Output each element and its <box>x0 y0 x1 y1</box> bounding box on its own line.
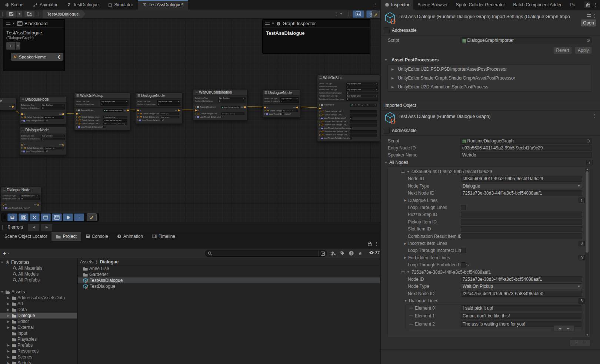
count-badge[interactable]: 3 <box>579 298 585 304</box>
apply-button[interactable]: Apply <box>575 47 592 54</box>
dialogue-graph-canvas[interactable]: ☰StartNodeSpeakerNameout☰DialogueNodeDef… <box>0 18 380 222</box>
input-port[interactable] <box>76 113 78 115</box>
input-port[interactable] <box>3 204 4 206</box>
node-dropdown[interactable]: Say One Line▼ <box>41 104 65 107</box>
panel-menu-icon[interactable]: ⋮ <box>374 241 379 246</box>
input-port[interactable] <box>137 109 139 111</box>
row-checkbox[interactable] <box>461 262 466 267</box>
loop-checkbox[interactable]: ✓ <box>22 207 24 209</box>
node-number-field[interactable]: 1 <box>280 100 299 103</box>
node-title[interactable]: ☰WaitOnSlot <box>317 75 380 81</box>
list-add-remove[interactable]: +− <box>554 325 574 332</box>
info-toggle-button[interactable] <box>19 213 29 221</box>
node-dropdown[interactable]: Say One Line▼ <box>41 135 65 137</box>
port-dot[interactable] <box>319 131 320 132</box>
scrollbar-thumb[interactable] <box>586 171 589 253</box>
port-dot[interactable] <box>319 138 320 139</box>
editor-tab-scene[interactable]: Scene <box>0 0 28 10</box>
tree-item-all-prefabs[interactable]: All Prefabs <box>0 277 77 283</box>
object-field[interactable]: ■Ass [Pickup Item Data]⊙ <box>103 109 123 112</box>
more-toggle-button[interactable]: ⋮ <box>74 213 84 221</box>
port-dot[interactable] <box>195 113 196 114</box>
node-title[interactable]: ☰WaitOnPickup <box>74 93 130 99</box>
visible-asset-count[interactable]: 37 <box>369 250 380 255</box>
chevron-left-icon[interactable]: ❮ <box>57 54 61 59</box>
package-filter-icon[interactable] <box>329 250 338 257</box>
tree-item-all-models[interactable]: All Models <box>0 271 77 277</box>
drag-handle[interactable] <box>2 225 4 230</box>
presets-icon[interactable] <box>586 13 591 18</box>
row-checkbox[interactable] <box>461 248 466 253</box>
port-dot[interactable] <box>76 126 77 128</box>
favorites-filter-icon[interactable] <box>356 250 364 257</box>
edit-mode-button[interactable] <box>371 11 380 18</box>
count-badge[interactable]: 1 <box>579 198 585 203</box>
node-number-field[interactable]: 2 <box>346 85 378 88</box>
row-field[interactable]: c93b5606-401f-49a2-99b5-9ecbf1fa9c29 <box>461 176 582 182</box>
row-field[interactable] <box>461 219 582 225</box>
graph-breadcrumb[interactable]: TestAssDialogue <box>43 10 86 18</box>
loop-checkbox[interactable]: ✓ <box>350 127 352 129</box>
panel-drag-handle[interactable] <box>265 23 270 25</box>
graph-node-startnode[interactable]: ☰StartNodeSpeakerNameout <box>0 98 16 110</box>
dropdown-arrow-icon[interactable]: ▼ <box>340 12 343 16</box>
node-number-field[interactable]: 1 <box>41 107 65 109</box>
file-item-testdialogue[interactable]: {}TestDialogue <box>78 283 380 289</box>
scroll-down-icon[interactable]: ▼ <box>586 334 589 336</box>
dialogue-line-field[interactable] <box>350 134 377 136</box>
graph-node-dialoguenode[interactable]: ☰DialogueNodeDefault Line TypeSay One Li… <box>19 96 67 124</box>
node-group-id[interactable]: c93b5606-401f-49a2-99b5-9ecbf1fa9c29 <box>411 169 492 174</box>
tab-animation[interactable]: Animation <box>113 232 147 241</box>
input-port[interactable] <box>264 107 266 108</box>
toolbar-drag-handle[interactable] <box>37 11 39 16</box>
port-dot[interactable] <box>137 116 139 118</box>
input-port[interactable] <box>195 109 197 111</box>
lock-icon[interactable] <box>367 241 372 246</box>
dialogue-line-field[interactable]: I need my meat :) <box>221 112 244 115</box>
addressable-checkbox[interactable] <box>384 27 390 33</box>
loop-checkbox[interactable] <box>44 150 46 152</box>
tree-item-resources[interactable]: ▶Resources <box>0 348 77 354</box>
postprocessor-item[interactable]: ▶UnityEditor.U2D.Animation.SpritePostPro… <box>388 82 591 91</box>
row-field[interactable]: 7251e73e-38d3-44ff-a8c5-bcf54088aaf1 <box>461 190 582 196</box>
dialogue-line-field[interactable] <box>350 120 377 123</box>
breadcrumb-assets[interactable]: Assets <box>80 259 93 264</box>
notes-toggle-button[interactable] <box>7 213 17 221</box>
output-port[interactable] <box>62 113 64 115</box>
loop-checkbox[interactable] <box>44 119 46 122</box>
graph-node-dialoguenode[interactable]: ☰DialogueNodeDefault Line TypeSay Multip… <box>1 187 41 212</box>
tree-item-external[interactable]: ▶External <box>0 324 77 330</box>
loop-checkbox[interactable]: ✓ <box>221 116 223 118</box>
addressable-checkbox[interactable] <box>384 128 390 134</box>
dialogue-line-field[interactable]: Nice, that's it <box>282 109 298 112</box>
graph-node-waitonpickup[interactable]: ☰WaitOnPickupDefault Line TypeSay Multip… <box>74 92 130 131</box>
editor-tab-testdialogue[interactable]: TestDialogue <box>62 0 103 10</box>
dialogue-line-field[interactable]: I said pick it up! <box>103 116 127 118</box>
port-dot[interactable] <box>264 110 266 111</box>
node-title[interactable]: ☰DialogueNode <box>20 97 66 102</box>
node-dropdown[interactable]: Say Multiple Lines▼ <box>346 88 378 91</box>
port-dot[interactable] <box>76 109 77 111</box>
tree-item-data[interactable]: ▶Data <box>0 307 77 313</box>
node-title[interactable]: ☰DialogueNode <box>1 187 41 193</box>
save-search-button[interactable] <box>318 250 325 256</box>
port-dot[interactable] <box>21 120 23 121</box>
graph-node-dialoguenode[interactable]: ☰DialogueNodeDefault Line TypeSay One Li… <box>19 127 67 155</box>
next-error-button[interactable]: ▶ <box>41 224 52 231</box>
save-button[interactable] <box>6 11 16 17</box>
node-dropdown[interactable]: Say Multiple Lines▼ <box>346 82 378 85</box>
prev-error-button[interactable]: ◀ <box>28 224 39 231</box>
toggle-blackboard-button[interactable] <box>353 10 364 18</box>
node-number-field[interactable]: 3 <box>100 103 129 106</box>
file-item-testassdialogue[interactable]: {}TestAssDialogue <box>78 277 380 283</box>
tab-console[interactable]: Console <box>81 232 113 241</box>
node-title[interactable]: ☰StartNode <box>0 98 16 104</box>
collapse-arrow-icon[interactable]: ▼ <box>271 22 274 25</box>
tree-item-favorites[interactable]: ▼Favorites <box>0 259 77 265</box>
node-number-field[interactable]: -55 <box>20 198 40 200</box>
element-field[interactable]: I said pick it up! <box>461 305 581 311</box>
drag-handle-icon[interactable] <box>409 307 413 309</box>
object-field[interactable]: ■Bonfire [Pickup Item Da⊙ <box>350 104 377 106</box>
port-dot[interactable] <box>319 128 320 129</box>
output-port[interactable] <box>127 109 129 111</box>
